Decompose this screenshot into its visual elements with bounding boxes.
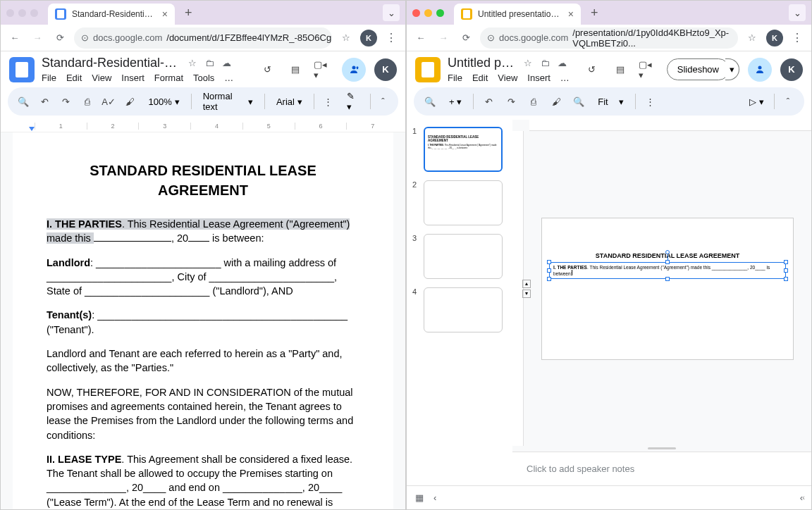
doc-title[interactable]: STANDARD RESIDENTIAL LEASE AGREEMENT: [47, 161, 359, 200]
docs-ruler[interactable]: 1 2 3 4 5 6 7: [1, 120, 405, 132]
forward-button[interactable]: →: [435, 30, 452, 46]
browser-tab-slides[interactable]: Untitled presentation - Googl ×: [454, 4, 581, 25]
rotate-handle[interactable]: [665, 250, 670, 254]
comments-icon[interactable]: ▤: [285, 60, 305, 80]
resize-handle[interactable]: [784, 277, 788, 281]
collapse-toolbar-icon[interactable]: ˆ: [780, 94, 796, 109]
spellcheck-icon[interactable]: A✓: [102, 94, 116, 109]
toolbar-more-icon[interactable]: ⋮: [643, 94, 658, 109]
site-info-icon[interactable]: ⊙: [81, 32, 89, 43]
menu-tools[interactable]: Tools: [193, 73, 214, 83]
resize-handle[interactable]: [784, 260, 788, 264]
redo-icon[interactable]: ↷: [59, 94, 73, 109]
minimize-light[interactable]: [18, 9, 26, 17]
star-doc-icon[interactable]: ☆: [188, 58, 199, 69]
menu-file[interactable]: File: [42, 73, 56, 83]
doc-landlord-para[interactable]: Landlord: ______________________ with a …: [47, 256, 359, 299]
address-bar[interactable]: ⊙ docs.google.com/presentation/d/1py0Idd…: [480, 27, 738, 49]
account-avatar[interactable]: K: [374, 58, 397, 81]
menu-file[interactable]: File: [448, 73, 462, 83]
presentation-name[interactable]: Untitled pres...: [448, 56, 518, 70]
tab-dropdown[interactable]: ⌄: [383, 4, 400, 21]
style-select[interactable]: Normal text ▾: [199, 91, 257, 112]
browser-menu-icon[interactable]: ⋮: [789, 30, 806, 46]
tab-dropdown[interactable]: ⌄: [789, 4, 806, 21]
prev-slide-up-icon[interactable]: ▴: [522, 280, 531, 288]
toolbar-more-icon[interactable]: ⋮: [321, 94, 336, 109]
doc-consideration[interactable]: NOW, THEREFORE, FOR AND IN CONSIDERATION…: [47, 385, 359, 442]
slide-thumbnail-4[interactable]: [424, 287, 503, 332]
close-light[interactable]: [6, 9, 14, 17]
menu-edit[interactable]: Edit: [66, 73, 82, 83]
move-doc-icon[interactable]: 🗀: [541, 58, 552, 69]
tab-close-icon[interactable]: ×: [568, 8, 574, 20]
resize-handle[interactable]: [547, 268, 551, 273]
move-doc-icon[interactable]: 🗀: [205, 58, 216, 69]
doc-tenant-para[interactable]: Tenant(s): _____________________________…: [47, 308, 359, 337]
zoom-tool-icon[interactable]: 🔍: [571, 94, 586, 109]
reload-button[interactable]: ⟳: [51, 30, 68, 46]
meet-icon[interactable]: ▢◂ ▾: [639, 60, 658, 80]
back-button[interactable]: ←: [6, 30, 23, 46]
menu-view[interactable]: View: [92, 73, 111, 83]
resize-handle[interactable]: [784, 268, 788, 273]
browser-menu-icon[interactable]: ⋮: [383, 30, 400, 46]
reload-button[interactable]: ⟳: [457, 30, 474, 46]
speaker-notes[interactable]: Click to add speaker notes: [512, 452, 811, 485]
search-menus-icon[interactable]: 🔍: [16, 94, 30, 109]
menu-edit[interactable]: Edit: [472, 73, 488, 83]
print-icon[interactable]: ⎙: [526, 94, 541, 109]
history-icon[interactable]: ↺: [257, 60, 277, 80]
menu-view[interactable]: View: [498, 73, 517, 83]
close-light[interactable]: [412, 9, 420, 17]
share-button[interactable]: [748, 58, 772, 82]
new-tab-button[interactable]: +: [585, 6, 604, 20]
indent-marker-icon[interactable]: [29, 127, 35, 131]
search-menus-icon[interactable]: 🔍: [422, 94, 438, 109]
grid-view-icon[interactable]: ▦: [415, 492, 424, 503]
speaker-notes-drag-handle[interactable]: [648, 447, 676, 449]
editing-mode[interactable]: ✎ ▾: [343, 91, 364, 112]
new-tab-button[interactable]: +: [179, 6, 198, 20]
resize-handle[interactable]: [547, 277, 551, 281]
print-icon[interactable]: ⎙: [80, 94, 94, 109]
history-icon[interactable]: ↺: [582, 60, 602, 80]
bookmark-star-icon[interactable]: ☆: [744, 30, 761, 46]
slides-ruler-horizontal[interactable]: [529, 120, 811, 131]
minimize-light[interactable]: [424, 9, 432, 17]
address-bar[interactable]: ⊙ docs.google.com/document/d/1FZBffee4lY…: [74, 27, 332, 49]
slideshow-button[interactable]: Slideshow: [667, 58, 730, 80]
share-button[interactable]: [342, 58, 366, 82]
profile-avatar[interactable]: K: [766, 30, 783, 46]
slide-thumbnail-2[interactable]: [424, 180, 503, 225]
menu-insert[interactable]: Insert: [121, 73, 144, 83]
profile-avatar[interactable]: K: [360, 30, 377, 46]
side-panel-toggle-icon[interactable]: ‹: [798, 492, 809, 503]
menu-more[interactable]: …: [560, 73, 570, 83]
menu-more[interactable]: …: [224, 73, 233, 83]
star-doc-icon[interactable]: ☆: [524, 58, 535, 69]
bookmark-star-icon[interactable]: ☆: [338, 30, 355, 46]
menu-format[interactable]: Format: [154, 73, 183, 83]
docs-logo-icon[interactable]: [9, 57, 35, 82]
slide-canvas[interactable]: ▴ ▾ STANDARD RESIDENTIAL LEASE AGREEMENT…: [524, 131, 811, 446]
doc-parties-para[interactable]: I. THE PARTIES. This Residential Lease A…: [47, 217, 359, 246]
maximize-light[interactable]: [436, 9, 444, 17]
selected-textbox[interactable]: I. THE PARTIES. This Residential Lease A…: [549, 262, 786, 279]
account-avatar[interactable]: K: [780, 58, 803, 81]
undo-icon[interactable]: ↶: [37, 94, 51, 109]
back-button[interactable]: ←: [412, 30, 429, 46]
collapse-filmstrip-icon[interactable]: ‹: [433, 492, 436, 503]
zoom-select[interactable]: 100% ▾: [144, 97, 184, 107]
cloud-status-icon[interactable]: ☁: [222, 58, 233, 69]
forward-button[interactable]: →: [29, 30, 46, 46]
meet-icon[interactable]: ▢◂ ▾: [314, 60, 333, 80]
resize-handle[interactable]: [547, 260, 551, 264]
undo-icon[interactable]: ↶: [481, 94, 496, 109]
cloud-status-icon[interactable]: ☁: [558, 58, 569, 69]
slide-thumbnail-1[interactable]: STANDARD RESIDENTIAL LEASE AGREEMENT I. …: [424, 127, 503, 172]
slideshow-dropdown[interactable]: ▾: [725, 58, 739, 80]
menu-insert[interactable]: Insert: [527, 73, 550, 83]
zoom-fit-select[interactable]: Fit ▾: [593, 97, 627, 107]
comments-icon[interactable]: ▤: [610, 60, 630, 80]
